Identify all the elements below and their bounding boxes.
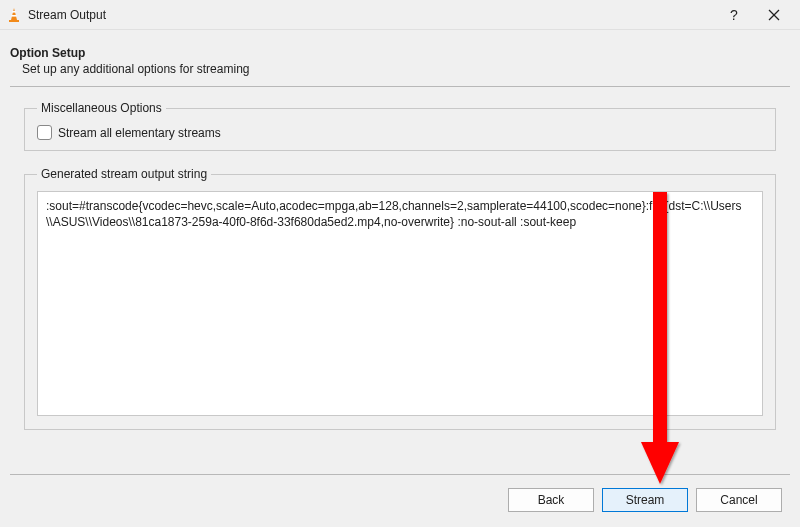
page-subheading: Set up any additional options for stream… <box>10 62 790 76</box>
titlebar: Stream Output ? <box>0 0 800 30</box>
output-string-textarea[interactable] <box>37 191 763 416</box>
svg-rect-1 <box>12 11 16 13</box>
close-icon <box>768 9 780 21</box>
content-area: Option Setup Set up any additional optio… <box>0 30 800 430</box>
button-row: Back Stream Cancel <box>508 488 782 512</box>
page-heading: Option Setup <box>10 46 790 60</box>
stream-all-label: Stream all elementary streams <box>58 126 221 140</box>
generated-output-legend: Generated stream output string <box>37 167 211 181</box>
svg-rect-3 <box>9 20 19 22</box>
vlc-cone-icon <box>6 7 22 23</box>
misc-options-legend: Miscellaneous Options <box>37 101 166 115</box>
stream-all-checkbox[interactable] <box>37 125 52 140</box>
cancel-button[interactable]: Cancel <box>696 488 782 512</box>
help-button[interactable]: ? <box>714 1 754 29</box>
footer-divider <box>10 474 790 475</box>
generated-output-group: Generated stream output string <box>24 167 776 430</box>
svg-rect-2 <box>11 15 16 17</box>
stream-all-row: Stream all elementary streams <box>37 125 763 140</box>
back-button[interactable]: Back <box>508 488 594 512</box>
divider <box>10 86 790 87</box>
close-button[interactable] <box>754 1 794 29</box>
window-title: Stream Output <box>28 8 106 22</box>
svg-marker-7 <box>641 442 679 484</box>
svg-marker-0 <box>11 8 17 20</box>
misc-options-group: Miscellaneous Options Stream all element… <box>24 101 776 151</box>
stream-button[interactable]: Stream <box>602 488 688 512</box>
